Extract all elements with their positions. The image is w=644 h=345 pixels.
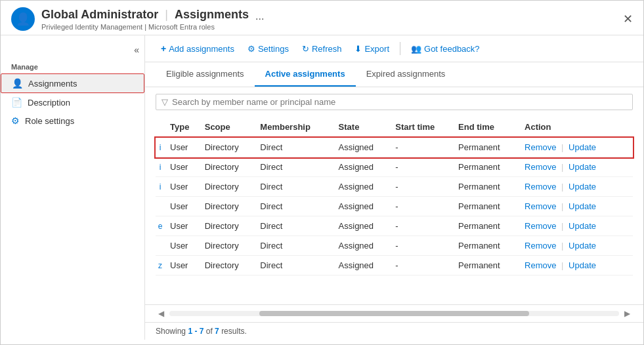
cell-action: Remove | Update bbox=[525, 197, 633, 216]
header-title-block: Global Administrator | Assignments Privi… bbox=[41, 8, 249, 31]
col-type: Type bbox=[170, 117, 205, 138]
cell-membership: Direct bbox=[260, 197, 338, 216]
cell-membership: Direct bbox=[260, 236, 338, 256]
collapse-button[interactable]: « bbox=[134, 45, 139, 55]
search-bar: ▽ bbox=[156, 94, 633, 110]
footer-prefix: Showing bbox=[156, 327, 186, 336]
search-wrap: ▽ bbox=[156, 94, 633, 110]
col-scope: Scope bbox=[205, 117, 261, 138]
update-link[interactable]: Update bbox=[569, 142, 596, 152]
cell-state: Assigned bbox=[339, 138, 396, 157]
cell-action: Remove | Update bbox=[525, 236, 633, 256]
update-link[interactable]: Update bbox=[569, 241, 596, 251]
tab-active[interactable]: Active assignments bbox=[255, 62, 356, 87]
action-separator: | bbox=[559, 142, 566, 152]
cell-type: User bbox=[170, 138, 205, 157]
close-button[interactable]: ✕ bbox=[623, 12, 633, 26]
settings-icon: ⚙ bbox=[247, 44, 255, 54]
cell-action: Remove | Update bbox=[525, 157, 633, 177]
header-sep: | bbox=[165, 8, 168, 22]
update-link[interactable]: Update bbox=[569, 182, 596, 192]
scroll-left-arrow[interactable]: ◀ bbox=[156, 308, 167, 319]
cell-start: - bbox=[395, 177, 458, 197]
scroll-track[interactable] bbox=[169, 311, 619, 316]
horizontal-scrollbar: ◀ ▶ bbox=[145, 304, 643, 322]
cell-scope: Directory bbox=[205, 216, 261, 236]
scroll-right-arrow[interactable]: ▶ bbox=[622, 308, 633, 319]
refresh-icon: ↻ bbox=[302, 44, 309, 54]
cell-end: Permanent bbox=[458, 236, 525, 256]
tab-expired[interactable]: Expired assignments bbox=[356, 62, 456, 87]
col-state: State bbox=[339, 117, 396, 138]
row-icon: e bbox=[156, 216, 170, 236]
sidebar-item-description[interactable]: 📄 Description bbox=[1, 93, 144, 112]
col-action: Action bbox=[525, 117, 633, 138]
tab-eligible[interactable]: Eligible assignments bbox=[156, 62, 255, 87]
cell-membership: Direct bbox=[260, 216, 338, 236]
export-button[interactable]: ⬇ Export bbox=[349, 41, 395, 56]
add-assignments-button[interactable]: + Add assignments bbox=[156, 41, 240, 56]
cell-type: User bbox=[170, 157, 205, 177]
row-icon: i bbox=[156, 138, 170, 157]
description-icon: 📄 bbox=[11, 97, 22, 108]
settings-button[interactable]: ⚙ Settings bbox=[242, 41, 294, 56]
action-separator: | bbox=[559, 182, 566, 192]
sidebar-item-assignments[interactable]: 👤 Assignments bbox=[1, 73, 144, 93]
remove-link[interactable]: Remove bbox=[525, 221, 556, 231]
remove-link[interactable]: Remove bbox=[525, 241, 556, 251]
header-left: 👤 Global Administrator | Assignments Pri… bbox=[11, 7, 264, 31]
cell-scope: Directory bbox=[205, 236, 261, 256]
table-row: iUserDirectoryDirectAssigned-PermanentRe… bbox=[156, 157, 633, 177]
remove-link[interactable]: Remove bbox=[525, 182, 556, 192]
cell-membership: Direct bbox=[260, 138, 338, 157]
search-icon: ▽ bbox=[161, 97, 168, 107]
update-link[interactable]: Update bbox=[569, 221, 596, 231]
action-separator: | bbox=[559, 201, 566, 211]
cell-state: Assigned bbox=[339, 157, 396, 177]
cell-action: Remove | Update bbox=[525, 256, 633, 275]
sidebar-label-description: Description bbox=[28, 98, 70, 108]
cell-start: - bbox=[395, 256, 458, 275]
refresh-label: Refresh bbox=[312, 44, 342, 54]
remove-link[interactable]: Remove bbox=[525, 260, 556, 270]
role-settings-icon: ⚙ bbox=[11, 115, 20, 126]
update-link[interactable]: Update bbox=[569, 201, 596, 211]
assignments-icon: 👤 bbox=[12, 78, 23, 89]
action-separator: | bbox=[559, 221, 566, 231]
avatar-icon: 👤 bbox=[16, 12, 30, 26]
cell-start: - bbox=[395, 197, 458, 216]
cell-membership: Direct bbox=[260, 157, 338, 177]
row-icon bbox=[156, 236, 170, 256]
ellipsis-button[interactable]: ··· bbox=[255, 13, 264, 25]
add-assignments-label: Add assignments bbox=[169, 44, 234, 54]
update-link[interactable]: Update bbox=[569, 162, 596, 172]
toolbar: + Add assignments ⚙ Settings ↻ Refresh ⬇… bbox=[145, 35, 643, 62]
table-row: UserDirectoryDirectAssigned-PermanentRem… bbox=[156, 236, 633, 256]
col-membership: Membership bbox=[260, 117, 338, 138]
remove-link[interactable]: Remove bbox=[525, 201, 556, 211]
avatar: 👤 bbox=[11, 7, 35, 31]
feedback-button[interactable]: 👥 Got feedback? bbox=[406, 41, 485, 56]
update-link[interactable]: Update bbox=[569, 260, 596, 270]
table-row: UserDirectoryDirectAssigned-PermanentRem… bbox=[156, 197, 633, 216]
col-icon bbox=[156, 117, 170, 138]
export-icon: ⬇ bbox=[354, 44, 362, 54]
header-right: ✕ bbox=[623, 12, 633, 26]
cell-state: Assigned bbox=[339, 236, 396, 256]
refresh-button[interactable]: ↻ Refresh bbox=[297, 41, 347, 56]
col-start-time: Start time bbox=[395, 117, 458, 138]
remove-link[interactable]: Remove bbox=[525, 142, 556, 152]
cell-scope: Directory bbox=[205, 138, 261, 157]
search-input[interactable] bbox=[172, 97, 627, 107]
remove-link[interactable]: Remove bbox=[525, 162, 556, 172]
header: 👤 Global Administrator | Assignments Pri… bbox=[1, 1, 643, 35]
action-separator: | bbox=[559, 260, 566, 270]
cell-end: Permanent bbox=[458, 197, 525, 216]
feedback-icon: 👥 bbox=[411, 44, 421, 54]
scroll-thumb bbox=[259, 311, 529, 316]
table-row: eUserDirectoryDirectAssigned-PermanentRe… bbox=[156, 216, 633, 236]
cell-type: User bbox=[170, 236, 205, 256]
cell-action: Remove | Update bbox=[525, 138, 633, 157]
sidebar-item-role-settings[interactable]: ⚙ Role settings bbox=[1, 112, 144, 130]
export-label: Export bbox=[364, 44, 389, 54]
